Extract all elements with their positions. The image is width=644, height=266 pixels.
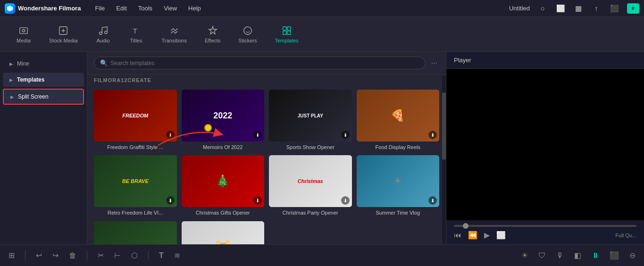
svg-point-7 bbox=[244, 26, 252, 34]
content-area: 🔍 ··· FILMORA12CREATE FREEDOM ⬇ Freedo bbox=[87, 52, 446, 244]
svg-rect-8 bbox=[283, 26, 286, 30]
player-stop-button[interactable]: ⬜ bbox=[496, 231, 506, 240]
player-controls: ⏮ ⏪ ▶ ⬜ Full Qu... bbox=[446, 220, 644, 244]
tool-stock-media[interactable]: Stock Media bbox=[42, 23, 84, 46]
menu-tools[interactable]: Tools bbox=[136, 4, 154, 13]
player-fullscreen-button[interactable]: Full Qu... bbox=[615, 233, 636, 238]
template-name-memoirs: Memoirs Of 2022 bbox=[203, 144, 243, 150]
svg-point-2 bbox=[22, 29, 25, 32]
sidebar-item-split-screen[interactable]: ▶ Split Screen bbox=[3, 89, 84, 105]
upload-icon[interactable]: ↑ bbox=[591, 3, 602, 14]
tool-titles[interactable]: T Titles bbox=[122, 23, 151, 46]
player-screen bbox=[446, 69, 644, 220]
text-button[interactable]: T bbox=[157, 249, 166, 262]
zoom-out-button[interactable]: ⊖ bbox=[627, 249, 637, 262]
menu-view[interactable]: View bbox=[162, 4, 179, 13]
download-icon-retro: ⬇ bbox=[166, 196, 175, 205]
tool-templates[interactable]: Templates bbox=[268, 23, 305, 46]
menu-bar: Wondershare Filmora File Edit Tools View… bbox=[0, 0, 644, 17]
template-name-sports: Sports Show Opener bbox=[286, 144, 335, 150]
player-step-back-button[interactable]: ⏮ bbox=[454, 231, 461, 240]
arrow-templates: ▶ bbox=[9, 77, 13, 83]
undo-button[interactable]: ↩ bbox=[34, 249, 44, 262]
menu-help[interactable]: Help bbox=[186, 4, 203, 13]
template-thumb-xmasparty: Christmas ⬇ bbox=[269, 155, 352, 207]
player-progress-thumb[interactable] bbox=[463, 223, 468, 229]
bottom-toolbar: ⊞ ↩ ↪ 🗑 ✂ ⊢ ⬡ T ≋ ☀ 🛡 🎙 ◧ ⏸ ⬛ ⊖ bbox=[0, 244, 644, 266]
scrollbar-track[interactable] bbox=[442, 75, 446, 244]
svg-rect-11 bbox=[287, 31, 290, 34]
shape-button[interactable]: ⬡ bbox=[129, 249, 140, 262]
template-card-memoirs[interactable]: 2022 ⬇ Memoirs Of 2022 bbox=[182, 90, 265, 150]
more-options-button[interactable]: ··· bbox=[429, 59, 439, 67]
tool-effects[interactable]: Effects bbox=[198, 23, 227, 46]
template-card-xmasparty[interactable]: Christmas ⬇ Christmas Party Opener bbox=[269, 155, 352, 216]
cloud-check-icon[interactable]: ○ bbox=[537, 3, 548, 14]
redo-button[interactable]: ↪ bbox=[50, 249, 60, 262]
player-progress-bar[interactable] bbox=[454, 225, 636, 227]
scrollbar-thumb[interactable] bbox=[442, 92, 446, 160]
tool-audio[interactable]: Audio bbox=[89, 23, 117, 46]
monitor-icon[interactable]: ⬜ bbox=[555, 3, 566, 14]
voiceover-button[interactable]: 🎙 bbox=[554, 249, 566, 262]
template-card-sports[interactable]: JUST PLAY ⬇ Sports Show Opener bbox=[269, 90, 352, 150]
arrow-split: ▶ bbox=[10, 94, 14, 100]
main-area: ▶ Mine ▶ Templates ▶ Split Screen 🔍 ··· … bbox=[0, 52, 644, 244]
sidebar: ▶ Mine ▶ Templates ▶ Split Screen bbox=[0, 52, 87, 244]
divider-1 bbox=[25, 251, 25, 260]
template-thumb-travel: NEW SCENERY ⬇ bbox=[94, 221, 177, 244]
split-button[interactable]: ⊢ bbox=[112, 249, 123, 262]
menu-bar-right: Untitled ○ ⬜ ▦ ↑ ⬛ F bbox=[509, 3, 639, 14]
menu-file[interactable]: File bbox=[93, 4, 107, 13]
search-input-wrap[interactable]: 🔍 bbox=[94, 57, 426, 69]
player-panel: Player ⏮ ⏪ ▶ ⬜ Full Qu... bbox=[446, 52, 644, 244]
template-thumb-sports: JUST PLAY ⬇ bbox=[269, 90, 352, 141]
template-card-travel[interactable]: NEW SCENERY ⬇ Travel Memories Vlog bbox=[94, 221, 177, 244]
section-label: FILMORA12CREATE bbox=[87, 75, 446, 87]
cut-button[interactable]: ✂ bbox=[96, 249, 106, 262]
player-header: Player bbox=[446, 52, 644, 69]
layers-button[interactable]: ◧ bbox=[572, 249, 583, 262]
download-icon-xmasparty: ⬇ bbox=[341, 196, 350, 205]
tool-stickers[interactable]: Stickers bbox=[232, 23, 263, 46]
app-logo-icon bbox=[5, 3, 15, 14]
svg-marker-0 bbox=[7, 6, 13, 11]
template-grid: FREEDOM ⬇ Freedom Graffiti Style ... 202… bbox=[87, 87, 446, 244]
pip-button[interactable]: ⬛ bbox=[608, 249, 621, 262]
template-thumb-summer: ☀ ⬇ bbox=[357, 155, 440, 207]
template-card-xmasgifts[interactable]: 🎄 ⬇ Christmas Gifts Opener bbox=[182, 155, 265, 216]
template-name-food: Food Display Reels bbox=[376, 144, 420, 150]
template-thumb-food: 🍕 ⬇ bbox=[357, 90, 440, 141]
delete-button[interactable]: 🗑 bbox=[67, 249, 78, 262]
svg-rect-1 bbox=[20, 27, 28, 33]
template-name-freedom: Freedom Graffiti Style ... bbox=[107, 144, 163, 150]
device-icon[interactable]: ▦ bbox=[573, 3, 584, 14]
sidebar-item-mine[interactable]: ▶ Mine bbox=[3, 57, 84, 71]
bottom-right-tools: ☀ 🛡 🎙 ◧ ⏸ ⬛ ⊖ bbox=[519, 249, 637, 262]
protect-button[interactable]: 🛡 bbox=[536, 249, 548, 262]
template-card-summer[interactable]: ☀ ⬇ Summer Time Vlog bbox=[357, 155, 440, 216]
adjust-button[interactable]: ≋ bbox=[172, 249, 182, 262]
filmora-icon[interactable]: F bbox=[627, 3, 639, 14]
search-bar: 🔍 ··· bbox=[87, 52, 446, 75]
main-toolbar: Media Stock Media Audio T Titles Transit… bbox=[0, 17, 644, 52]
template-name-xmasparty: Christmas Party Opener bbox=[283, 209, 338, 216]
player-buttons: ⏮ ⏪ ▶ ⬜ Full Qu... bbox=[454, 231, 636, 240]
template-card-food[interactable]: 🍕 ⬇ Food Display Reels bbox=[357, 90, 440, 150]
search-input[interactable] bbox=[110, 60, 419, 66]
player-frame-back-button[interactable]: ⏪ bbox=[468, 231, 477, 240]
tool-media[interactable]: Media bbox=[9, 23, 38, 46]
color-correction-button[interactable]: ☀ bbox=[519, 249, 530, 262]
sidebar-item-templates[interactable]: ▶ Templates bbox=[3, 73, 84, 87]
player-play-button[interactable]: ▶ bbox=[484, 231, 490, 240]
menu-edit[interactable]: Edit bbox=[114, 4, 128, 13]
grid-layout-button[interactable]: ⊞ bbox=[7, 249, 17, 262]
download-icon-sports: ⬇ bbox=[341, 131, 350, 139]
svg-point-5 bbox=[104, 31, 107, 33]
template-card-pet[interactable]: 🐱 ⬇ Cute Pet Daily Vlog bbox=[182, 221, 265, 244]
timeline-button[interactable]: ⏸ bbox=[590, 249, 601, 262]
template-card-freedom[interactable]: FREEDOM ⬇ Freedom Graffiti Style ... bbox=[94, 90, 177, 150]
template-card-retro[interactable]: BE BRAVE ⬇ Retro Freedom Life VI... bbox=[94, 155, 177, 216]
grid-view-icon[interactable]: ⬛ bbox=[609, 3, 619, 14]
tool-transitions[interactable]: Transitions bbox=[155, 23, 193, 46]
